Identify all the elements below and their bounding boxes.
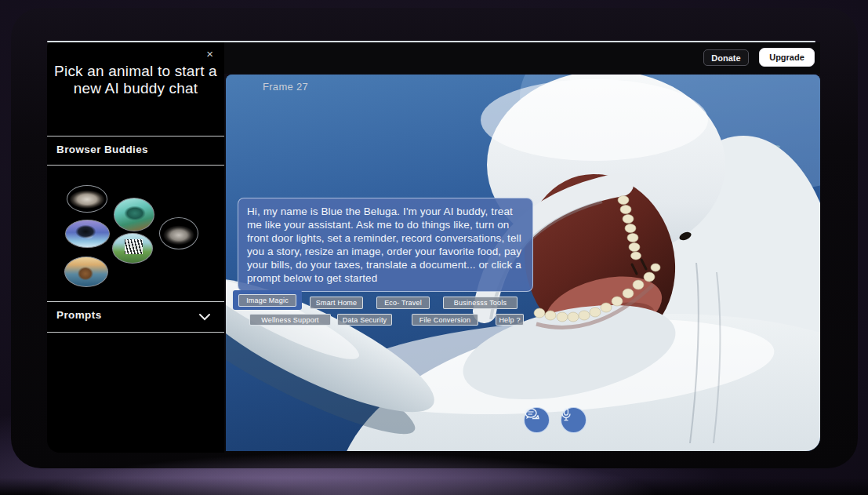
upgrade-button[interactable]: Upgrade [759, 48, 815, 67]
chevron-down-icon [199, 311, 210, 323]
prompt-button-data-security[interactable]: Data Security [337, 314, 392, 326]
divider [47, 136, 224, 136]
assistant-message-bubble: Hi, my name is Blue the Beluga. I'm your… [238, 198, 533, 292]
buddy-picker-sidebar: × Pick an animal to start a new AI buddy… [47, 42, 224, 453]
divider [47, 165, 224, 166]
buddy-avatar-orca[interactable] [65, 220, 110, 248]
buddy-avatar-sea-turtle[interactable] [114, 198, 154, 231]
divider [47, 301, 224, 302]
close-icon[interactable]: × [206, 48, 213, 60]
sidebar-title: Pick an animal to start a new AI buddy c… [47, 63, 224, 97]
divider [47, 332, 224, 333]
prompt-button-file-conversion[interactable]: File Conversion [412, 314, 478, 326]
prompt-button-wellness-support[interactable]: Wellness Support [249, 314, 331, 326]
buddy-avatar-otter[interactable] [64, 257, 108, 287]
text-chat-button[interactable] [524, 407, 550, 433]
chat-stage: Frame 27 Hi, my name is Blue the Beluga.… [226, 75, 820, 451]
browser-buddies-heading: Browser Buddies [56, 144, 148, 155]
prompt-button-business-tools[interactable]: Businesss Tools [443, 297, 518, 309]
voice-input-button[interactable] [561, 407, 587, 433]
donate-button[interactable]: Donate [703, 49, 749, 66]
buddy-avatar-rhino[interactable] [159, 217, 198, 249]
buddy-avatar-zebra[interactable] [112, 233, 153, 264]
prompt-button-smart-home[interactable]: Smart Home [310, 297, 363, 309]
prompts-section-toggle[interactable]: Prompts [56, 309, 213, 321]
prompt-button-help[interactable]: Help ? [496, 314, 524, 326]
prompt-button-eco-travel[interactable]: Eco- Travel [376, 297, 430, 309]
frame-label: Frame 27 [263, 81, 308, 93]
prompts-heading-label: Prompts [56, 309, 102, 321]
buddy-avatar-beluga[interactable] [67, 185, 107, 213]
prompt-button-image-magic[interactable]: Image Magic [238, 294, 296, 307]
